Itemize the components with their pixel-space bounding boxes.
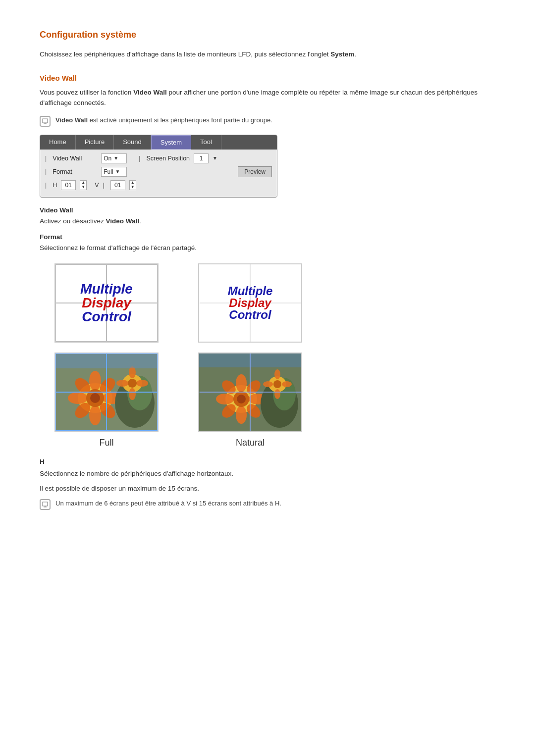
pipe-2: | — [139, 155, 140, 162]
note-box-1: Video Wall est activé uniquement si les … — [40, 115, 495, 127]
page-title: Configuration système — [40, 30, 495, 40]
note-text-2: Un maximum de 6 écrans peut être attribu… — [55, 499, 281, 508]
flower-q3 — [55, 392, 107, 431]
h-label-panel: H — [53, 182, 57, 189]
pipe-4: | — [45, 182, 47, 189]
mdc-text-natural: Multiple Display Control — [228, 285, 273, 321]
format-select-value: Full — [104, 168, 113, 175]
videowall-select[interactable]: On ▼ — [101, 153, 127, 163]
tab-sound[interactable]: Sound — [114, 135, 151, 150]
mdc-text-full: Multiple Display Control — [80, 282, 133, 324]
image-cell-full-mdc: Multiple Display Control — [40, 263, 173, 343]
mdc-line1-natural: Multiple — [228, 285, 273, 297]
mdc-logo-full: Multiple Display Control — [54, 263, 159, 343]
full-label: Full — [99, 438, 113, 448]
vw-desc-bold: Video Wall — [106, 217, 140, 225]
section-text-pre: Vous pouvez utiliser la fonction — [40, 89, 131, 96]
intro-bold: System — [330, 50, 354, 58]
section-title-video-wall: Video Wall — [40, 74, 495, 82]
intro-suffix: . — [354, 50, 356, 58]
flower-full-grid — [55, 353, 158, 431]
mdc-line3-natural: Control — [228, 309, 273, 321]
note-bold-1: Video Wall — [55, 116, 88, 124]
dropdown-arrow-2: ▼ — [213, 155, 217, 161]
format-images-grid: Multiple Display Control Multiple Displa… — [40, 263, 317, 448]
h-section-label: H — [40, 458, 495, 465]
v-label-panel: V — [95, 182, 99, 189]
v-value[interactable]: 01 — [110, 180, 125, 190]
pipe-5: | — [103, 182, 105, 189]
format-select[interactable]: Full ▼ — [101, 167, 127, 177]
note-box-2: Un maximum de 6 écrans peut être attribu… — [40, 499, 495, 510]
intro-text-main: Choisissez les périphériques d'affichage… — [40, 50, 328, 58]
spinner-down-1: ▼ — [81, 185, 85, 190]
image-cell-full-flower: Full — [40, 353, 173, 448]
h-spinner[interactable]: ▲ ▼ — [80, 180, 87, 190]
h-desc-1: Sélectionnez le nombre de périphériques … — [40, 468, 495, 479]
panel-tabs: Home Picture Sound System Tool — [40, 135, 277, 150]
flower-q1 — [55, 353, 107, 392]
preview-button[interactable]: Preview — [238, 166, 272, 177]
note-text-1: Video Wall est activé uniquement si les … — [55, 115, 272, 125]
videowall-select-value: On — [104, 155, 111, 162]
tab-tool[interactable]: Tool — [191, 135, 221, 150]
natural-label: Natural — [236, 438, 265, 448]
panel-row-format: | Format Full ▼ Preview — [45, 166, 272, 177]
panel-row-hv: | H 01 ▲ ▼ V | 01 ▲ ▼ — [45, 180, 272, 190]
panel-body: | Video Wall On ▼ | Screen Position 1 ▼ … — [40, 150, 277, 197]
spinner-down-2: ▼ — [131, 185, 135, 190]
screen-position-value[interactable]: 1 — [194, 153, 209, 163]
note-icon-2 — [40, 499, 51, 510]
tab-picture[interactable]: Picture — [76, 135, 114, 150]
v-spinner[interactable]: ▲ ▼ — [129, 180, 136, 190]
mdc-logo-natural: Multiple Display Control — [198, 263, 302, 343]
screen-position-label: Screen Position — [147, 155, 190, 162]
vw-desc-pre: Activez ou désactivez — [40, 217, 104, 225]
note-suffix-1: est activé uniquement si les périphériqu… — [90, 116, 272, 124]
tab-home[interactable]: Home — [40, 135, 76, 150]
panel-row-videowall: | Video Wall On ▼ | Screen Position 1 ▼ — [45, 153, 272, 163]
vw-desc-suf: . — [139, 217, 141, 225]
format-sub-text: Sélectionnez le format d'affichage de l'… — [40, 243, 495, 253]
panel-label-format: Format — [53, 168, 97, 175]
pipe-1: | — [45, 155, 47, 162]
pipe-3: | — [45, 168, 47, 175]
flower-q2 — [107, 353, 158, 392]
panel-label-videowall: Video Wall — [53, 155, 97, 162]
ui-panel: Home Picture Sound System Tool | Video W… — [40, 135, 277, 198]
video-wall-sub-text: Activez ou désactivez Video Wall. — [40, 216, 495, 227]
image-cell-natural-flower: Natural — [183, 353, 317, 448]
dropdown-arrow-3: ▼ — [115, 169, 120, 174]
dropdown-arrow-1: ▼ — [113, 155, 118, 161]
sub-label-video-wall: Video Wall — [40, 206, 495, 214]
flower-q4 — [107, 392, 158, 431]
section-bold: Video Wall — [133, 89, 167, 96]
mdc-line2-natural: Display — [228, 297, 273, 309]
tab-system[interactable]: System — [151, 135, 191, 150]
flower-natural — [198, 353, 302, 432]
image-cell-natural-mdc: Multiple Display Control — [183, 263, 317, 343]
mdc-line1-full: Multiple — [80, 282, 133, 296]
flower-full — [54, 353, 159, 432]
h-desc-2: Il est possible de disposer un maximum d… — [40, 483, 495, 494]
mdc-line2-full: Display — [80, 296, 133, 310]
h-value[interactable]: 01 — [61, 180, 76, 190]
sub-label-format: Format — [40, 233, 495, 241]
flower-natural-overlay — [199, 353, 301, 431]
intro-text: Choisissez les périphériques d'affichage… — [40, 49, 495, 60]
mdc-line3-full: Control — [80, 310, 133, 324]
note-icon-1 — [40, 116, 51, 127]
section-description: Vous pouvez utiliser la fonction Video W… — [40, 87, 495, 108]
